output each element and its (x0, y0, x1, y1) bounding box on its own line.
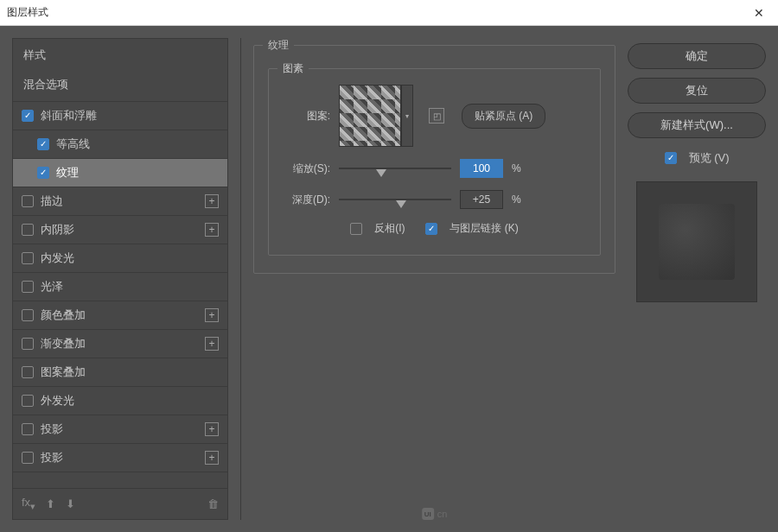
titlebar: 图层样式 ✕ (0, 0, 778, 26)
watermark-icon: UI (422, 508, 434, 520)
style-item[interactable]: 纹理 (13, 159, 227, 187)
style-item-label: 等高线 (56, 136, 90, 152)
add-effect-icon[interactable]: + (205, 194, 219, 208)
style-item-label: 内阴影 (41, 222, 74, 238)
dialog-title: 图层样式 (7, 5, 48, 20)
style-item[interactable]: 投影+ (13, 444, 227, 472)
style-item-label: 投影 (41, 421, 63, 437)
style-item[interactable]: 光泽 (13, 273, 227, 301)
checkbox-icon[interactable] (22, 224, 34, 236)
new-style-button[interactable]: 新建样式(W)... (628, 112, 766, 138)
reset-button[interactable]: 复位 (628, 78, 766, 104)
checkbox-icon[interactable] (22, 195, 34, 207)
style-item-label: 斜面和浮雕 (41, 108, 97, 124)
checkbox-icon[interactable] (37, 138, 49, 150)
checkbox-icon[interactable] (22, 395, 34, 407)
style-item[interactable]: 内发光 (13, 244, 227, 273)
checkbox-icon[interactable] (22, 252, 34, 264)
checkbox-icon (425, 223, 437, 235)
dialog-body: 样式 混合选项 斜面和浮雕等高线纹理描边+内阴影+内发光光泽颜色叠加+渐变叠加+… (0, 26, 778, 532)
depth-slider[interactable] (339, 199, 451, 200)
styles-footer: fx▾ ⬆ ⬇ 🗑 (13, 488, 227, 519)
fx-label[interactable]: fx▾ (22, 496, 35, 512)
style-item[interactable]: 投影+ (13, 415, 227, 444)
style-item[interactable]: 等高线 (13, 130, 227, 159)
preview-box (636, 181, 757, 302)
style-list: 斜面和浮雕等高线纹理描边+内阴影+内发光光泽颜色叠加+渐变叠加+图案叠加外发光投… (13, 102, 227, 488)
trash-icon[interactable]: 🗑 (207, 497, 219, 510)
scale-input[interactable] (460, 159, 503, 178)
depth-label: 深度(D): (283, 193, 330, 207)
preview-swatch (659, 204, 735, 280)
style-item-label: 颜色叠加 (41, 307, 86, 323)
checkbox-icon[interactable] (22, 338, 34, 350)
style-item-label: 渐变叠加 (41, 336, 86, 352)
style-item-label: 投影 (41, 450, 63, 466)
checkbox-icon[interactable] (22, 452, 34, 464)
style-item[interactable]: 斜面和浮雕 (13, 102, 227, 130)
checkbox-icon[interactable] (22, 110, 34, 122)
pattern-row: 图案: ▾ ◰ 贴紧原点 (A) (283, 85, 586, 147)
action-panel: 确定 复位 新建样式(W)... 预览 (V) (628, 38, 766, 520)
snap-origin-button[interactable]: 贴紧原点 (A) (462, 104, 545, 129)
scale-thumb[interactable] (376, 169, 386, 177)
add-effect-icon[interactable]: + (205, 308, 219, 322)
style-item[interactable]: 外发光 (13, 387, 227, 415)
group-title: 纹理 (263, 38, 294, 53)
checkbox-icon (350, 223, 362, 235)
depth-input[interactable] (460, 190, 503, 209)
style-item-label: 描边 (41, 193, 63, 209)
checkbox-row: 反相(I) 与图层链接 (K) (283, 221, 586, 236)
style-item-label: 光泽 (41, 279, 63, 294)
arrow-up-icon[interactable]: ⬆ (46, 497, 55, 510)
add-effect-icon[interactable]: + (205, 223, 219, 237)
ok-button[interactable]: 确定 (628, 43, 766, 69)
element-group: 图素 图案: ▾ ◰ 贴紧原点 (A) 缩放(S): (268, 68, 601, 256)
style-item[interactable]: 颜色叠加+ (13, 301, 227, 330)
settings-panel: 纹理 图素 图案: ▾ ◰ 贴紧原点 (A) 缩放(S): (253, 38, 615, 520)
style-item[interactable]: 内阴影+ (13, 216, 227, 244)
checkbox-icon[interactable] (22, 281, 34, 293)
style-item[interactable]: 图案叠加 (13, 358, 227, 387)
checkbox-icon[interactable] (37, 167, 49, 179)
texture-group: 纹理 图素 图案: ▾ ◰ 贴紧原点 (A) 缩放(S): (253, 45, 615, 274)
invert-checkbox[interactable]: 反相(I) (350, 221, 405, 236)
divider (240, 38, 241, 520)
styles-panel: 样式 混合选项 斜面和浮雕等高线纹理描边+内阴影+内发光光泽颜色叠加+渐变叠加+… (12, 38, 228, 520)
checkbox-icon (665, 152, 677, 164)
pattern-swatch[interactable] (339, 85, 401, 147)
scale-row: 缩放(S): % (283, 159, 586, 178)
pattern-label: 图案: (283, 109, 330, 124)
style-item[interactable]: 渐变叠加+ (13, 330, 227, 358)
scale-label: 缩放(S): (283, 162, 330, 176)
blend-options[interactable]: 混合选项 (13, 72, 227, 102)
inner-group-title: 图素 (277, 61, 309, 76)
checkbox-icon[interactable] (22, 309, 34, 321)
checkbox-icon[interactable] (22, 423, 34, 435)
add-effect-icon[interactable]: + (205, 422, 219, 436)
style-item-label: 纹理 (56, 165, 79, 180)
depth-row: 深度(D): % (283, 190, 586, 209)
link-layer-checkbox[interactable]: 与图层链接 (K) (425, 221, 518, 236)
depth-thumb[interactable] (396, 200, 406, 208)
styles-header[interactable]: 样式 (13, 39, 227, 72)
close-icon[interactable]: ✕ (747, 3, 771, 23)
style-item-label: 内发光 (41, 250, 74, 266)
preview-checkbox[interactable]: 预览 (V) (628, 150, 766, 166)
style-item[interactable]: 描边+ (13, 187, 227, 216)
style-item-label: 外发光 (41, 393, 74, 408)
add-effect-icon[interactable]: + (205, 451, 219, 465)
scale-unit: % (512, 162, 521, 174)
style-item-label: 图案叠加 (41, 364, 86, 380)
add-effect-icon[interactable]: + (205, 337, 219, 351)
new-preset-icon[interactable]: ◰ (429, 108, 444, 124)
checkbox-icon[interactable] (22, 366, 34, 378)
pattern-dropdown-icon[interactable]: ▾ (401, 85, 413, 147)
depth-unit: % (512, 193, 521, 206)
arrow-down-icon[interactable]: ⬇ (66, 497, 75, 510)
scale-slider[interactable] (339, 168, 451, 169)
watermark: UI cn (422, 508, 448, 520)
